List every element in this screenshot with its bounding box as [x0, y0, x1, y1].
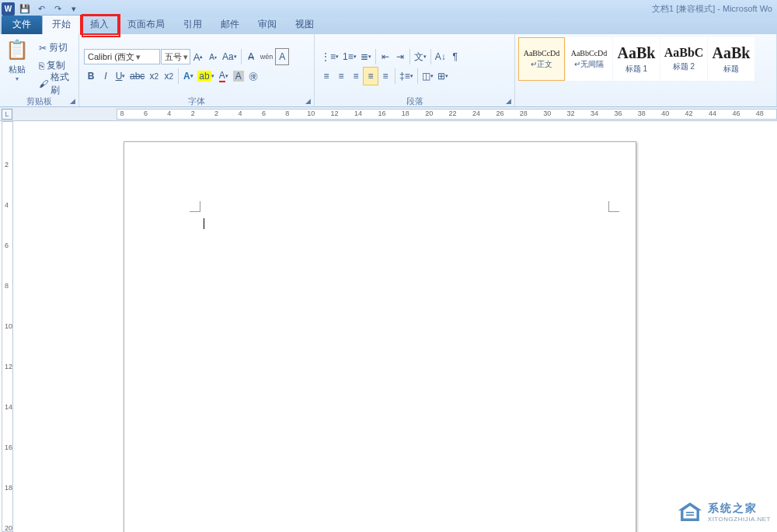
window-title: 文档1 [兼容模式] - Microsoft Wo	[82, 3, 775, 15]
phonetic-guide-button[interactable]: wén	[259, 48, 275, 65]
clear-format-button[interactable]: A̶	[244, 48, 258, 65]
style-item-heading1[interactable]: AaBk标题 1	[613, 37, 660, 81]
bold-button[interactable]: B	[84, 68, 98, 85]
italic-button[interactable]: I	[99, 68, 113, 85]
change-case-button[interactable]: Aa▾	[221, 48, 239, 65]
format-painter-button[interactable]: 🖌格式刷	[37, 75, 75, 92]
tab-insert[interactable]: 插入	[81, 16, 118, 34]
separator	[178, 68, 179, 84]
align-left-button[interactable]: ≡	[319, 68, 333, 85]
ribbon: 📋 粘贴 ▾ ✂剪切 ⎘复制 🖌格式刷 剪贴板 ◢ Calibri (西文▾ 五…	[0, 34, 777, 107]
group-paragraph: ⋮≡▾ 1≡▾ ≣▾ ⇤ ⇥ 文▾ A↓ ¶ ≡ ≡ ≡ ≡ ≡ ‡≡▾	[315, 34, 515, 106]
font-color-button[interactable]: A▾	[217, 68, 231, 85]
app-icon[interactable]: W	[2, 2, 15, 16]
tab-review[interactable]: 审阅	[249, 16, 286, 34]
borders-button[interactable]: ⊞▾	[436, 68, 450, 85]
multilevel-button[interactable]: ≣▾	[359, 48, 373, 65]
scissors-icon: ✂	[39, 43, 47, 54]
underline-button[interactable]: U▾	[113, 68, 127, 85]
tab-home[interactable]: 开始	[42, 15, 81, 34]
style-item-title[interactable]: AaBk标题	[708, 37, 754, 81]
group-label: 剪贴板	[0, 96, 78, 106]
tab-page-layout[interactable]: 页面布局	[118, 16, 174, 34]
separator	[395, 68, 395, 84]
superscript-button[interactable]: x2	[162, 68, 176, 85]
font-launcher-icon[interactable]: ◢	[303, 96, 312, 106]
ribbon-tabs: 文件 开始 插入 页面布局 引用 邮件 审阅 视图	[0, 17, 777, 34]
align-center-button[interactable]: ≡	[334, 68, 348, 85]
indent-inc-button[interactable]: ⇥	[393, 48, 407, 65]
separator	[430, 49, 431, 64]
group-label: 段落	[315, 96, 514, 106]
save-icon[interactable]: 💾	[17, 2, 33, 16]
tab-mailings[interactable]: 邮件	[211, 16, 249, 34]
asian-layout-button[interactable]: 文▾	[413, 48, 428, 65]
subscript-button[interactable]: x2	[147, 68, 161, 85]
qat-customize-dropdown[interactable]: ▾	[66, 2, 82, 16]
style-gallery[interactable]: AaBbCcDd↵正文 AaBbCcDd↵无间隔 AaBk标题 1 AaBbC标…	[515, 34, 776, 81]
char-border-button[interactable]: A	[275, 48, 289, 65]
paste-icon: 📋	[5, 37, 30, 62]
font-name-combo[interactable]: Calibri (西文▾	[84, 49, 160, 64]
style-item-heading2[interactable]: AaBbC标题 2	[660, 37, 707, 81]
style-item-nospacing[interactable]: AaBbCcDd↵无间隔	[566, 37, 612, 81]
cut-button[interactable]: ✂剪切	[37, 40, 75, 57]
redo-icon[interactable]: ↷	[50, 2, 65, 16]
copy-icon: ⎘	[39, 61, 44, 71]
separator	[417, 68, 418, 84]
tab-view[interactable]: 视图	[286, 16, 323, 34]
tab-references[interactable]: 引用	[174, 16, 211, 34]
char-shading-button[interactable]: A	[232, 68, 246, 85]
text-effects-button[interactable]: A▾	[181, 68, 195, 85]
shading-button[interactable]: ◫▾	[420, 68, 435, 85]
numbering-button[interactable]: 1≡▾	[341, 48, 358, 65]
paragraph-launcher-icon[interactable]: ◢	[503, 96, 513, 106]
line-spacing-button[interactable]: ‡≡▾	[398, 68, 415, 85]
group-label: 字体	[79, 96, 314, 106]
align-justify-button[interactable]: ≡	[364, 68, 378, 85]
sort-button[interactable]: A↓	[434, 48, 448, 65]
grow-font-button[interactable]: A▴	[191, 48, 205, 65]
group-clipboard: 📋 粘贴 ▾ ✂剪切 ⎘复制 🖌格式刷 剪贴板 ◢	[0, 34, 79, 106]
group-styles: AaBbCcDd↵正文 AaBbCcDd↵无间隔 AaBk标题 1 AaBbC标…	[515, 34, 777, 106]
bullets-button[interactable]: ⋮≡▾	[319, 48, 340, 65]
indent-dec-button[interactable]: ⇤	[378, 48, 392, 65]
paste-button[interactable]: 📋 粘贴 ▾	[0, 34, 34, 96]
style-item-normal[interactable]: AaBbCcDd↵正文	[518, 37, 565, 81]
highlight-button[interactable]: ab▾	[196, 68, 215, 85]
font-size-combo[interactable]: 五号▾	[161, 49, 190, 64]
quick-access-toolbar: W 💾 ↶ ↷ ▾	[2, 2, 82, 16]
brush-icon: 🖌	[39, 78, 48, 89]
separator	[241, 49, 242, 64]
undo-icon[interactable]: ↶	[33, 2, 49, 16]
shrink-font-button[interactable]: A▾	[206, 48, 220, 65]
clipboard-launcher-icon[interactable]: ◢	[68, 96, 77, 106]
enclose-char-button[interactable]: ㊝	[246, 68, 260, 85]
strike-button[interactable]: abc	[128, 68, 146, 85]
separator	[409, 49, 410, 64]
group-font: Calibri (西文▾ 五号▾ A▴ A▾ Aa▾ A̶ wén A B I …	[79, 34, 315, 106]
align-right-button[interactable]: ≡	[349, 68, 363, 85]
title-bar: W 💾 ↶ ↷ ▾ 文档1 [兼容模式] - Microsoft Wo	[0, 0, 777, 17]
separator	[375, 49, 376, 64]
file-tab[interactable]: 文件	[2, 16, 42, 34]
show-marks-button[interactable]: ¶	[448, 48, 462, 65]
align-distributed-button[interactable]: ≡	[378, 68, 392, 85]
